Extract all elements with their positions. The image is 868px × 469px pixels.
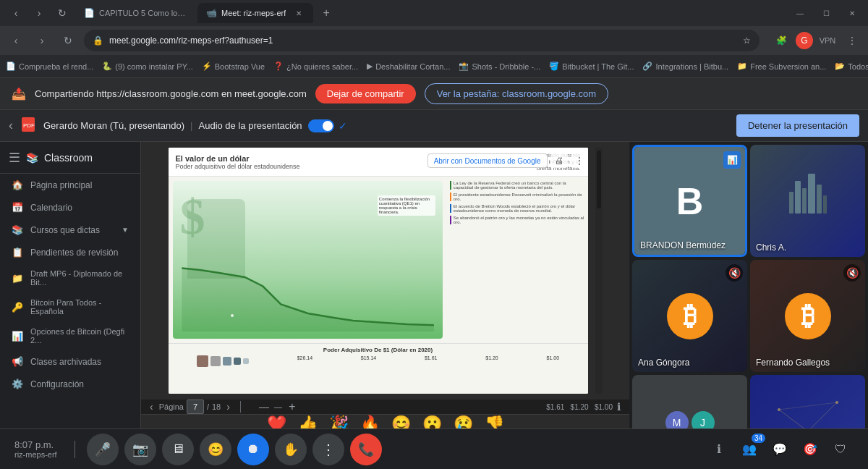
bookmark-4[interactable]: ❓ ¿No quieres saber...: [273, 62, 358, 71]
host-controls-button[interactable]: 🛡: [827, 436, 854, 462]
fernando-mic-off: 🔇: [843, 264, 861, 282]
nav-archived[interactable]: 📢 Clases archivadas: [0, 350, 140, 373]
zoom-in-button[interactable]: +: [285, 400, 299, 414]
tab-meet[interactable]: 📹 Meet: riz-meps-erf ✕: [197, 3, 313, 23]
print-button[interactable]: 🖨: [550, 153, 568, 168]
stop-sharing-button[interactable]: Dejar de compartir: [315, 84, 416, 103]
bookmark-1[interactable]: 📄 Comprueba el rend...: [6, 62, 93, 71]
emoji-fire[interactable]: 🔥: [360, 415, 380, 428]
open-docs-button[interactable]: Abrir con Documentos de Google: [427, 153, 548, 168]
participants-button[interactable]: 👥 34: [736, 436, 762, 462]
nav-bitcoin-todos[interactable]: 🔑 Bitcoin Para Todos - Española: [0, 292, 140, 321]
view-tab-button[interactable]: Ver la pestaña: classroom.google.com: [425, 83, 608, 104]
back-nav-icon[interactable]: ‹: [9, 118, 13, 133]
menu-icon[interactable]: ☰: [9, 150, 20, 166]
zoom-out-button[interactable]: —: [257, 400, 271, 414]
nav-opciones[interactable]: 📊 Opciones de Bitcoin (Degfi 2...: [0, 321, 140, 350]
close-button[interactable]: ✕: [842, 3, 862, 23]
coin-3: [223, 357, 231, 366]
info-right-button[interactable]: ℹ: [706, 436, 732, 462]
next-page-button[interactable]: ›: [226, 401, 230, 413]
stop-presentation-button[interactable]: Detener la presentación: [736, 114, 859, 137]
slide-subtitle: Poder adquisitivo del dólar estadouniden…: [176, 163, 300, 170]
bookmark-7[interactable]: 🪣 Bitbucket | The Git...: [549, 62, 634, 71]
lock-icon: 🔒: [93, 35, 103, 46]
back-button[interactable]: ‹: [6, 3, 26, 23]
record-button[interactable]: ⏺: [237, 434, 269, 465]
browser-forward[interactable]: ›: [32, 30, 52, 51]
reload-button[interactable]: ↻: [52, 3, 72, 23]
nav-settings[interactable]: ⚙️ Configuración: [0, 373, 140, 395]
emoji-smile[interactable]: 😊: [391, 415, 411, 428]
separator: |: [190, 120, 192, 131]
bookmark-2[interactable]: 🐍 (9) como instalar PY...: [102, 62, 192, 71]
emoji-heart[interactable]: ❤️: [267, 415, 286, 428]
scrollbar[interactable]: [595, 148, 603, 394]
bookmark-8[interactable]: 🔗 Integrations | Bitbu...: [642, 62, 728, 71]
end-call-button[interactable]: 📞: [350, 434, 382, 465]
nav-archived-label: Clases archivadas: [30, 357, 101, 367]
mic-button[interactable]: 🎤: [87, 434, 119, 465]
bookmark-6[interactable]: 📸 Shots - Dribbble -...: [459, 62, 540, 71]
more-slide-options[interactable]: ⋮: [571, 153, 588, 168]
info-button[interactable]: ℹ: [617, 401, 621, 413]
menu-button[interactable]: ⋮: [842, 30, 862, 51]
activities-button[interactable]: 🎯: [797, 436, 823, 462]
nav-courses[interactable]: 📚 Cursos que dictas ▼: [0, 219, 140, 241]
all-bookmarks[interactable]: 📂 Todos los favoritos: [835, 62, 868, 71]
emoji-sad[interactable]: 😢: [454, 415, 473, 428]
emoji-thumbsdown[interactable]: 👎: [485, 415, 504, 428]
browser-back[interactable]: ‹: [6, 30, 26, 51]
present-button[interactable]: 🖥: [162, 434, 194, 465]
nav-calendar[interactable]: 📅 Calendario: [0, 196, 140, 219]
infographic: El valor de un dólar Poder adquisitivo d…: [169, 148, 588, 394]
amount-4: $1.61: [425, 355, 438, 367]
emoji-thumbsup[interactable]: 👍: [298, 415, 318, 428]
browser-chrome: ‹ › ↻ 📄 CAPITULO 5 Como los proble... 📹 …: [0, 0, 868, 78]
share-icon: 📤: [12, 87, 26, 101]
hand-button[interactable]: ✋: [275, 434, 307, 465]
vpn-button[interactable]: VPN: [817, 30, 838, 51]
nav-home[interactable]: 🏠 Página principal: [0, 174, 140, 196]
bookmark-5[interactable]: ▶ Deshabilitar Cortan...: [367, 62, 450, 71]
nav-courses-label: Cursos que dictas: [30, 225, 100, 235]
tab-label-2: Meet: riz-meps-erf: [221, 9, 286, 17]
profile-button[interactable]: G: [796, 32, 813, 49]
participant-brandon: B 📊 BRANDON Bermúdez: [632, 145, 747, 257]
extensions-button[interactable]: 🧩: [771, 30, 791, 51]
forward-button[interactable]: ›: [29, 3, 49, 23]
mini-avatar-2: J: [692, 411, 715, 428]
bookmark-3[interactable]: ⚡ Bootstrap Vue: [202, 62, 265, 71]
emoji-surprised[interactable]: 😮: [422, 415, 442, 428]
browser-reload[interactable]: ↻: [58, 30, 78, 51]
coin-1: [197, 355, 208, 367]
bitcoin-icon-nav: 🔑: [12, 302, 23, 313]
text-block-1: La Ley de la Reserva Federal creó un ban…: [450, 181, 585, 190]
nav-draft[interactable]: 📁 Draft MP6 - Diplomado de Bit...: [0, 263, 140, 292]
camera-control: ▲ 📷: [124, 434, 156, 465]
speaker-icon: 📊: [727, 155, 738, 165]
maximize-button[interactable]: ☐: [816, 3, 836, 23]
audio-toggle[interactable]: ✓: [308, 119, 347, 132]
more-options-button[interactable]: ⋮: [312, 434, 344, 465]
mini-avatar-1: M: [665, 411, 689, 428]
participant-fernando: ₿ 🔇 Fernando Gallegos: [750, 260, 865, 372]
camera-button[interactable]: 📷: [124, 434, 156, 465]
slide-bottom-label: Poder Adquisitivo De $1 (Dólar en 2020): [174, 347, 582, 353]
participant-gerardo: Gerardo Moran: [750, 375, 865, 428]
nav-pending[interactable]: 📋 Pendientes de revisión: [0, 241, 140, 263]
page-separator: /: [207, 402, 209, 411]
minimize-button[interactable]: —: [790, 3, 810, 23]
tab-classroom[interactable]: 📄 CAPITULO 5 Como los proble...: [75, 4, 195, 22]
bookmark-9[interactable]: 📁 Free Subversion an...: [737, 62, 826, 71]
chat-button[interactable]: 💬: [767, 436, 793, 462]
presenter-name: Gerardo Moran (Tú, presentando): [43, 120, 184, 131]
new-tab-button[interactable]: +: [316, 3, 336, 23]
address-bar[interactable]: 🔒 meet.google.com/riz-meps-erf?authuser=…: [84, 30, 760, 51]
emoji-party[interactable]: 🎉: [329, 415, 349, 428]
prev-page-button[interactable]: ‹: [150, 401, 153, 413]
brandon-avatar-letter: B: [676, 179, 704, 223]
tab-close-button[interactable]: ✕: [293, 7, 305, 19]
reactions-button[interactable]: 😊: [200, 434, 231, 465]
page-input[interactable]: [187, 400, 204, 414]
